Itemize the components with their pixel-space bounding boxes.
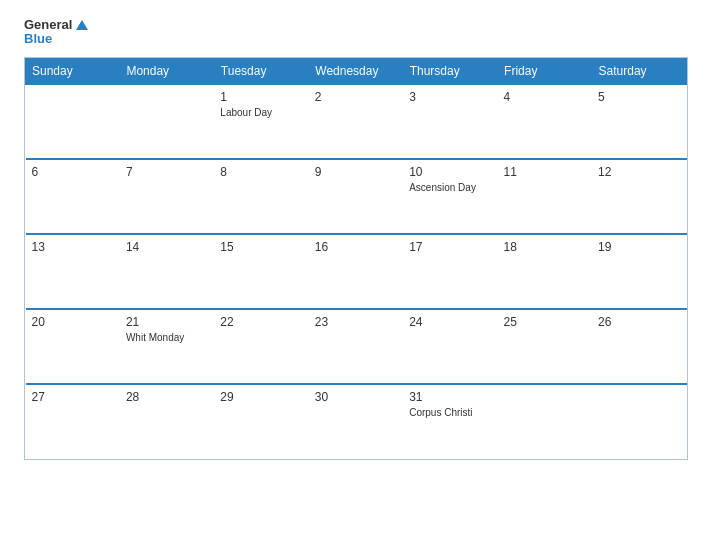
day-number: 7 [126,165,208,179]
calendar-week-row: 2021Whit Monday2223242526 [26,309,687,384]
calendar-cell: 16 [309,234,403,309]
header: General Blue [24,18,688,47]
day-number: 24 [409,315,491,329]
calendar-cell: 20 [26,309,120,384]
day-number: 9 [315,165,397,179]
calendar-week-row: 1Labour Day2345 [26,84,687,159]
calendar-cell: 7 [120,159,214,234]
weekday-header-cell: Wednesday [309,58,403,84]
day-number: 18 [504,240,586,254]
day-number: 19 [598,240,680,254]
day-number: 27 [32,390,114,404]
holiday-label: Ascension Day [409,181,491,194]
calendar-cell: 29 [214,384,308,459]
calendar-body: 1Labour Day2345678910Ascension Day111213… [26,84,687,459]
calendar-cell: 10Ascension Day [403,159,497,234]
calendar-cell: 19 [592,234,686,309]
calendar-cell: 21Whit Monday [120,309,214,384]
calendar-cell: 27 [26,384,120,459]
calendar-cell: 13 [26,234,120,309]
calendar-cell: 9 [309,159,403,234]
calendar-cell: 11 [498,159,592,234]
calendar-cell: 6 [26,159,120,234]
calendar-cell: 31Corpus Christi [403,384,497,459]
logo: General Blue [24,18,88,47]
calendar-cell [592,384,686,459]
calendar-wrapper: SundayMondayTuesdayWednesdayThursdayFrid… [24,57,688,460]
day-number: 17 [409,240,491,254]
day-number: 3 [409,90,491,104]
day-number: 31 [409,390,491,404]
day-number: 14 [126,240,208,254]
day-number: 26 [598,315,680,329]
holiday-label: Labour Day [220,106,302,119]
day-number: 11 [504,165,586,179]
day-number: 20 [32,315,114,329]
calendar-cell: 26 [592,309,686,384]
logo-general-text: General [24,18,72,32]
logo-blue-text: Blue [24,32,52,46]
calendar-cell: 14 [120,234,214,309]
day-number: 25 [504,315,586,329]
day-number: 28 [126,390,208,404]
calendar-week-row: 678910Ascension Day1112 [26,159,687,234]
calendar-cell: 8 [214,159,308,234]
calendar-table: SundayMondayTuesdayWednesdayThursdayFrid… [25,58,687,459]
calendar-cell: 2 [309,84,403,159]
calendar-cell: 3 [403,84,497,159]
day-number: 13 [32,240,114,254]
day-number: 22 [220,315,302,329]
calendar-cell: 23 [309,309,403,384]
day-number: 1 [220,90,302,104]
day-number: 23 [315,315,397,329]
calendar-week-row: 13141516171819 [26,234,687,309]
calendar-page: General Blue SundayMondayTuesdayWednesda… [0,0,712,550]
weekday-header-cell: Saturday [592,58,686,84]
calendar-cell: 12 [592,159,686,234]
calendar-cell: 18 [498,234,592,309]
day-number: 8 [220,165,302,179]
logo-triangle-icon [76,20,88,30]
calendar-cell: 5 [592,84,686,159]
calendar-header: SundayMondayTuesdayWednesdayThursdayFrid… [26,58,687,84]
calendar-cell [120,84,214,159]
weekday-header-cell: Friday [498,58,592,84]
day-number: 21 [126,315,208,329]
calendar-cell: 30 [309,384,403,459]
weekday-header-cell: Sunday [26,58,120,84]
day-number: 10 [409,165,491,179]
day-number: 2 [315,90,397,104]
day-number: 30 [315,390,397,404]
day-number: 15 [220,240,302,254]
calendar-cell: 15 [214,234,308,309]
calendar-cell [498,384,592,459]
calendar-cell: 1Labour Day [214,84,308,159]
weekday-header-row: SundayMondayTuesdayWednesdayThursdayFrid… [26,58,687,84]
weekday-header-cell: Tuesday [214,58,308,84]
holiday-label: Corpus Christi [409,406,491,419]
day-number: 12 [598,165,680,179]
calendar-cell [26,84,120,159]
day-number: 16 [315,240,397,254]
calendar-cell: 22 [214,309,308,384]
day-number: 4 [504,90,586,104]
calendar-cell: 28 [120,384,214,459]
calendar-cell: 17 [403,234,497,309]
weekday-header-cell: Thursday [403,58,497,84]
calendar-cell: 24 [403,309,497,384]
holiday-label: Whit Monday [126,331,208,344]
weekday-header-cell: Monday [120,58,214,84]
day-number: 29 [220,390,302,404]
calendar-cell: 4 [498,84,592,159]
calendar-week-row: 2728293031Corpus Christi [26,384,687,459]
day-number: 5 [598,90,680,104]
calendar-cell: 25 [498,309,592,384]
day-number: 6 [32,165,114,179]
